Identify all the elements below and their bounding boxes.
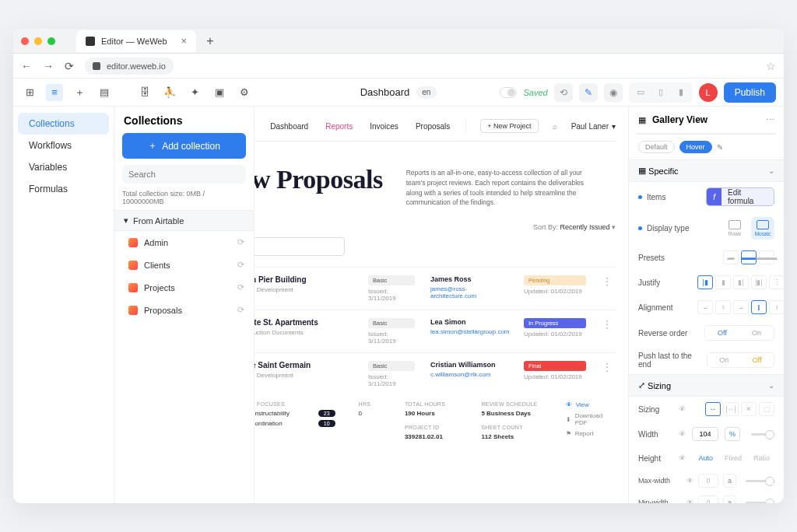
preset-3[interactable]: ▬▬▬ (759, 250, 774, 264)
filter-input[interactable] (255, 237, 345, 256)
style-tab[interactable]: ✎ (637, 134, 683, 135)
width-input[interactable] (692, 427, 718, 441)
state-hover[interactable]: Hover (679, 141, 712, 153)
tab-dashboard[interactable]: Dashboard (269, 122, 310, 131)
width-slider[interactable] (751, 433, 774, 436)
refresh-icon[interactable]: ⟳ (237, 237, 244, 247)
align-end[interactable]: ⫠ (733, 300, 749, 314)
more-icon[interactable]: ⋯ (766, 115, 774, 125)
maxwidth-input[interactable] (698, 474, 718, 488)
search-input[interactable] (122, 165, 246, 184)
new-tab-button[interactable]: + (206, 34, 213, 48)
size-opt-4[interactable]: ⬚ (759, 402, 774, 416)
nav-formulas[interactable]: Formulas (18, 178, 109, 200)
mobile-icon[interactable]: ▮ (672, 85, 690, 100)
add-collection-button[interactable]: ＋Add collection (122, 133, 246, 159)
nav-variables[interactable]: Variables (18, 156, 109, 178)
toggle-switch[interactable] (500, 87, 517, 98)
height-fixed[interactable]: Fixed (720, 452, 746, 464)
nav-collections[interactable]: Collections (18, 113, 109, 135)
size-opt-2[interactable]: |↔| (723, 402, 739, 416)
bookmark-icon[interactable]: ☆ (766, 60, 776, 72)
preset-2[interactable]: ▬▬ (741, 250, 757, 264)
edit-states-icon[interactable]: ✎ (717, 143, 723, 152)
tab-invoices[interactable]: Invoices (368, 122, 400, 131)
eye-off-icon[interactable]: 👁 (686, 499, 693, 503)
justify-start[interactable]: |▮ (697, 275, 713, 289)
gear-icon[interactable]: ⚙ (236, 84, 253, 101)
justify-around[interactable]: ⋮ (769, 275, 784, 289)
tab-reports[interactable]: Reports (324, 122, 354, 131)
traffic-light-max[interactable] (47, 37, 55, 45)
reverse-toggle[interactable]: OffOn (704, 325, 774, 341)
sort-control[interactable]: Sort By: Recently Issued ▾ (255, 223, 616, 231)
language-pill[interactable]: en (416, 86, 437, 98)
refresh-icon[interactable]: ⟳ (237, 260, 244, 270)
avatar[interactable]: L (699, 83, 718, 102)
nav-workflows[interactable]: Workflows (18, 135, 109, 156)
user-menu[interactable]: Paul Laner ▾ (571, 122, 616, 131)
edit-icon[interactable]: ✎ (579, 83, 598, 102)
eye-off-icon[interactable]: 👁 (679, 454, 686, 462)
new-project-button[interactable]: + New Project (480, 119, 538, 133)
minwidth-unit[interactable]: a (723, 495, 736, 503)
refresh-icon[interactable]: ⟳ (237, 282, 244, 292)
height-auto[interactable]: Auto (693, 452, 718, 464)
actions-tab[interactable]: ⚡ (729, 134, 775, 135)
push-last-toggle[interactable]: OnOff (707, 352, 774, 368)
size-opt-1[interactable]: ↔ (705, 402, 721, 416)
justify-end[interactable]: ▮| (733, 275, 749, 289)
search-icon[interactable]: ⌕ (553, 122, 557, 131)
proposal-row[interactable]: tte St. Apartmentsruction Documents Basi… (255, 310, 616, 352)
align-start[interactable]: ⫠ (697, 300, 713, 314)
maxwidth-slider[interactable] (746, 480, 774, 482)
image-icon[interactable]: ▣ (211, 84, 228, 101)
size-opt-3[interactable]: ✕ (741, 402, 757, 416)
section-sizing[interactable]: ⤢ Sizing⌄ (629, 374, 784, 397)
preview-icon[interactable]: ◉ (604, 83, 623, 102)
justify-between[interactable]: |▮| (751, 275, 767, 289)
eye-off-icon[interactable]: 👁 (686, 477, 693, 485)
eye-off-icon[interactable]: 👁 (679, 405, 686, 413)
tab-proposals[interactable]: Proposals (414, 122, 451, 131)
report-link[interactable]: ⚑ Report (566, 430, 616, 437)
add-icon[interactable]: ＋ (71, 84, 88, 101)
page-icon[interactable]: ▤ (96, 84, 113, 101)
grid-icon[interactable]: ⊞ (21, 84, 38, 101)
preset-1[interactable]: ▬ (723, 250, 739, 264)
traffic-light-close[interactable] (21, 37, 29, 45)
align-baseline[interactable]: ⫲ (769, 300, 784, 314)
publish-button[interactable]: Publish (724, 82, 776, 103)
tablet-icon[interactable]: ▯ (651, 85, 670, 100)
section-specific[interactable]: ▦ Specific⌄ (629, 159, 784, 182)
reload-icon[interactable]: ⟳ (65, 60, 74, 72)
desktop-icon[interactable]: ▭ (631, 85, 650, 100)
back-icon[interactable]: ← (21, 60, 32, 72)
state-default[interactable]: Default (638, 141, 675, 153)
row-menu-icon[interactable]: ⋮ (602, 361, 616, 373)
justify-center[interactable]: ▮ (715, 275, 731, 289)
plugin-icon[interactable]: ✦ (186, 84, 203, 101)
settings-tab[interactable]: ⫲ (683, 134, 729, 135)
proposal-row[interactable]: h Pier Buildingn Development BasicIssued… (255, 267, 616, 310)
proposal-row[interactable]: e Saint Germainn Development BasicIssued… (255, 352, 616, 395)
tree-icon[interactable]: ≡ (46, 84, 63, 101)
forward-icon[interactable]: → (43, 60, 54, 72)
collection-group[interactable]: ▾From Airtable (114, 210, 254, 231)
address-bar[interactable]: editor.weweb.io (85, 58, 174, 75)
eye-off-icon[interactable]: 👁 (679, 430, 686, 438)
minwidth-input[interactable] (698, 495, 718, 503)
row-menu-icon[interactable]: ⋮ (602, 318, 616, 331)
minwidth-slider[interactable] (746, 502, 774, 504)
browser-tab[interactable]: Editor — WeWeb × (76, 30, 196, 52)
refresh-icon[interactable]: ⟳ (237, 305, 244, 315)
traffic-light-min[interactable] (34, 37, 42, 45)
database-icon[interactable]: 🗄 (136, 84, 153, 101)
width-unit[interactable]: % (725, 427, 740, 441)
download-link[interactable]: ⬇ Download PDF (566, 412, 616, 426)
align-center[interactable]: ⫲ (715, 300, 731, 314)
sync-icon[interactable]: ⟲ (554, 83, 573, 102)
close-icon[interactable]: × (181, 35, 188, 47)
collection-row[interactable]: Clients⟳ (114, 254, 254, 276)
maxwidth-unit[interactable]: a (723, 474, 736, 488)
